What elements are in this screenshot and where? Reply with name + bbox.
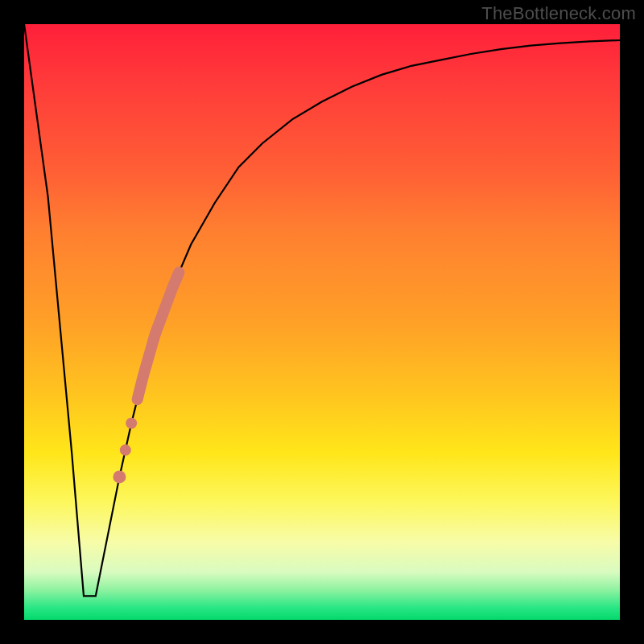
dot-3: [113, 470, 126, 483]
dot-1: [126, 418, 137, 429]
dot-2: [120, 444, 131, 456]
curve-svg: [24, 24, 620, 620]
bottleneck-curve: [24, 24, 620, 596]
highlight-segment: [138, 272, 180, 399]
watermark-text: TheBottleneck.com: [481, 3, 636, 24]
curve-markers: [113, 272, 179, 483]
chart-container: TheBottleneck.com: [0, 0, 644, 644]
plot-area: [24, 24, 620, 620]
